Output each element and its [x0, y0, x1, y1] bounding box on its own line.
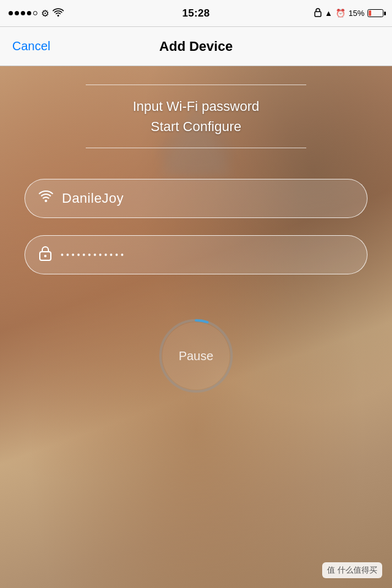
lock-input-icon: [39, 245, 52, 265]
battery-percent: 15%: [349, 9, 364, 18]
svg-rect-0: [315, 12, 321, 17]
instruction-line-bottom: [86, 148, 306, 148]
svg-point-4: [44, 255, 47, 257]
status-left: ⚙: [9, 8, 64, 19]
cancel-button[interactable]: Cancel: [12, 39, 50, 53]
signal-dots: [9, 11, 37, 15]
wifi-input-field[interactable]: DanileJoy: [24, 179, 368, 218]
main-content: Input Wi-Fi password Start Configure Dan…: [0, 66, 392, 588]
status-bar: ⚙ 15:28 ▲ ⏰ 15%: [0, 0, 392, 27]
pause-container: Pause: [156, 316, 236, 396]
nav-bar: Cancel Add Device: [0, 27, 392, 66]
pause-label: Pause: [179, 349, 214, 363]
status-time: 15:28: [183, 7, 210, 20]
instruction-container: Input Wi-Fi password Start Configure: [86, 85, 306, 148]
instruction-line-top: [86, 85, 306, 85]
wifi-input-icon: [39, 190, 53, 206]
battery-fill: [369, 10, 371, 16]
lock-icon: [314, 7, 322, 19]
instruction-line1: Input Wi-Fi password: [133, 99, 260, 114]
signal-dot-5: [33, 11, 37, 15]
instruction-line2: Start Configure: [151, 119, 241, 134]
content-panel: Input Wi-Fi password Start Configure Dan…: [0, 66, 392, 588]
wifi-network-name: DanileJoy: [62, 190, 124, 206]
password-dots: ••••••••••••: [61, 250, 126, 260]
battery-indicator: [368, 9, 383, 17]
signal-dot-1: [9, 11, 13, 15]
signal-dot-3: [21, 11, 25, 15]
signal-dot-4: [27, 11, 31, 15]
wifi-status-icon: [53, 8, 64, 19]
watermark-text: 值 什么值得买: [327, 565, 377, 575]
watermark: 值 什么值得买: [322, 562, 382, 578]
pause-button[interactable]: Pause: [162, 322, 230, 390]
signal-dot-2: [15, 11, 19, 15]
instruction-text: Input Wi-Fi password Start Configure: [133, 96, 260, 137]
status-right: ▲ ⏰ 15%: [314, 7, 383, 19]
battery-icon: [368, 9, 383, 17]
password-input-field[interactable]: ••••••••••••: [24, 235, 368, 274]
alarm-icon: ⏰: [336, 9, 345, 18]
page-title: Add Device: [159, 39, 233, 55]
location-icon: ▲: [325, 9, 333, 18]
app-icon: ⚙: [41, 8, 49, 19]
